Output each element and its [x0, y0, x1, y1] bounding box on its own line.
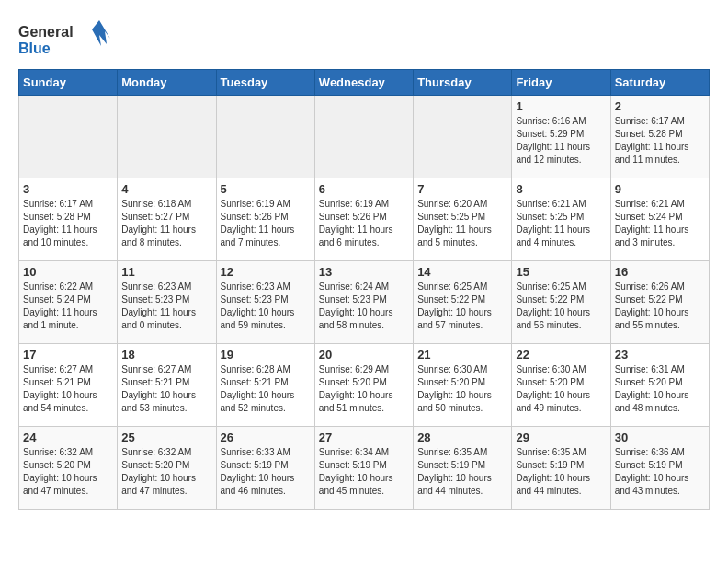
- day-info: Sunrise: 6:22 AM Sunset: 5:24 PM Dayligh…: [23, 281, 113, 332]
- day-info: Sunrise: 6:28 AM Sunset: 5:21 PM Dayligh…: [221, 363, 311, 415]
- week-row-3: 10Sunrise: 6:22 AM Sunset: 5:24 PM Dayli…: [19, 261, 710, 344]
- calendar-cell: 2Sunrise: 6:17 AM Sunset: 5:28 PM Daylig…: [610, 96, 709, 178]
- day-info: Sunrise: 6:32 AM Sunset: 5:20 PM Dayligh…: [23, 446, 113, 498]
- day-number: 3: [23, 182, 113, 196]
- calendar-cell: 7Sunrise: 6:20 AM Sunset: 5:25 PM Daylig…: [414, 178, 512, 261]
- calendar-cell: 8Sunrise: 6:21 AM Sunset: 5:25 PM Daylig…: [512, 178, 610, 261]
- calendar-cell: 23Sunrise: 6:31 AM Sunset: 5:20 PM Dayli…: [610, 344, 709, 427]
- day-info: Sunrise: 6:25 AM Sunset: 5:22 PM Dayligh…: [516, 281, 606, 332]
- day-number: 26: [221, 431, 311, 444]
- calendar-cell: 28Sunrise: 6:35 AM Sunset: 5:19 PM Dayli…: [414, 427, 512, 510]
- calendar-cell: 6Sunrise: 6:19 AM Sunset: 5:26 PM Daylig…: [314, 178, 413, 261]
- day-number: 21: [417, 348, 507, 362]
- day-info: Sunrise: 6:30 AM Sunset: 5:20 PM Dayligh…: [417, 363, 507, 415]
- day-number: 20: [319, 348, 409, 362]
- day-info: Sunrise: 6:17 AM Sunset: 5:28 PM Dayligh…: [615, 115, 705, 167]
- logo: GeneralBlue: [18, 18, 119, 60]
- day-number: 7: [417, 182, 507, 196]
- day-info: Sunrise: 6:27 AM Sunset: 5:21 PM Dayligh…: [23, 363, 113, 415]
- day-number: 10: [23, 265, 113, 279]
- day-number: 4: [121, 182, 211, 196]
- day-header-thursday: Thursday: [414, 70, 512, 96]
- day-number: 1: [516, 99, 606, 113]
- day-number: 19: [221, 348, 311, 362]
- day-info: Sunrise: 6:34 AM Sunset: 5:19 PM Dayligh…: [319, 446, 409, 498]
- week-row-2: 3Sunrise: 6:17 AM Sunset: 5:28 PM Daylig…: [19, 178, 710, 261]
- calendar-cell: 27Sunrise: 6:34 AM Sunset: 5:19 PM Dayli…: [314, 427, 413, 510]
- day-info: Sunrise: 6:36 AM Sunset: 5:19 PM Dayligh…: [615, 446, 705, 498]
- day-info: Sunrise: 6:20 AM Sunset: 5:25 PM Dayligh…: [417, 198, 507, 249]
- week-row-1: 1Sunrise: 6:16 AM Sunset: 5:29 PM Daylig…: [19, 96, 710, 178]
- day-number: 27: [319, 431, 409, 444]
- page-header: GeneralBlue: [18, 18, 710, 60]
- calendar-cell: [216, 96, 314, 178]
- calendar-cell: [314, 96, 413, 178]
- day-number: 17: [23, 348, 113, 362]
- calendar-cell: 13Sunrise: 6:24 AM Sunset: 5:23 PM Dayli…: [314, 261, 413, 344]
- day-header-saturday: Saturday: [610, 70, 709, 96]
- calendar-cell: 16Sunrise: 6:26 AM Sunset: 5:22 PM Dayli…: [610, 261, 709, 344]
- day-number: 5: [221, 182, 311, 196]
- calendar-cell: 19Sunrise: 6:28 AM Sunset: 5:21 PM Dayli…: [216, 344, 314, 427]
- day-header-tuesday: Tuesday: [216, 70, 314, 96]
- day-info: Sunrise: 6:31 AM Sunset: 5:20 PM Dayligh…: [615, 363, 705, 415]
- day-number: 28: [417, 431, 507, 444]
- header-row: SundayMondayTuesdayWednesdayThursdayFrid…: [19, 70, 710, 96]
- day-number: 23: [615, 348, 705, 362]
- week-row-5: 24Sunrise: 6:32 AM Sunset: 5:20 PM Dayli…: [19, 427, 710, 510]
- day-info: Sunrise: 6:24 AM Sunset: 5:23 PM Dayligh…: [319, 281, 409, 332]
- calendar-cell: 30Sunrise: 6:36 AM Sunset: 5:19 PM Dayli…: [610, 427, 709, 510]
- day-info: Sunrise: 6:16 AM Sunset: 5:29 PM Dayligh…: [516, 115, 606, 167]
- calendar-cell: [118, 96, 216, 178]
- calendar-cell: 29Sunrise: 6:35 AM Sunset: 5:19 PM Dayli…: [512, 427, 610, 510]
- svg-text:General: General: [18, 24, 74, 40]
- calendar-cell: 15Sunrise: 6:25 AM Sunset: 5:22 PM Dayli…: [512, 261, 610, 344]
- day-header-friday: Friday: [512, 70, 610, 96]
- day-info: Sunrise: 6:21 AM Sunset: 5:25 PM Dayligh…: [516, 198, 606, 249]
- day-info: Sunrise: 6:18 AM Sunset: 5:27 PM Dayligh…: [121, 198, 211, 249]
- day-info: Sunrise: 6:30 AM Sunset: 5:20 PM Dayligh…: [516, 363, 606, 415]
- day-number: 24: [23, 431, 113, 444]
- calendar-cell: [414, 96, 512, 178]
- day-number: 9: [615, 182, 705, 196]
- calendar-cell: 20Sunrise: 6:29 AM Sunset: 5:20 PM Dayli…: [314, 344, 413, 427]
- day-info: Sunrise: 6:21 AM Sunset: 5:24 PM Dayligh…: [615, 198, 705, 249]
- day-number: 13: [319, 265, 409, 279]
- day-number: 8: [516, 182, 606, 196]
- day-header-wednesday: Wednesday: [314, 70, 413, 96]
- calendar-cell: 26Sunrise: 6:33 AM Sunset: 5:19 PM Dayli…: [216, 427, 314, 510]
- calendar-cell: [19, 96, 118, 178]
- calendar-cell: 22Sunrise: 6:30 AM Sunset: 5:20 PM Dayli…: [512, 344, 610, 427]
- calendar-cell: 12Sunrise: 6:23 AM Sunset: 5:23 PM Dayli…: [216, 261, 314, 344]
- day-number: 29: [516, 431, 606, 444]
- calendar-cell: 11Sunrise: 6:23 AM Sunset: 5:23 PM Dayli…: [118, 261, 216, 344]
- logo-icon: GeneralBlue: [18, 18, 119, 60]
- calendar-cell: 17Sunrise: 6:27 AM Sunset: 5:21 PM Dayli…: [19, 344, 118, 427]
- day-number: 18: [121, 348, 211, 362]
- day-info: Sunrise: 6:25 AM Sunset: 5:22 PM Dayligh…: [417, 281, 507, 332]
- calendar-cell: 3Sunrise: 6:17 AM Sunset: 5:28 PM Daylig…: [19, 178, 118, 261]
- day-header-monday: Monday: [118, 70, 216, 96]
- day-info: Sunrise: 6:32 AM Sunset: 5:20 PM Dayligh…: [121, 446, 211, 498]
- day-info: Sunrise: 6:19 AM Sunset: 5:26 PM Dayligh…: [319, 198, 409, 249]
- day-number: 22: [516, 348, 606, 362]
- day-number: 30: [615, 431, 705, 444]
- calendar-table: SundayMondayTuesdayWednesdayThursdayFrid…: [18, 69, 710, 510]
- day-number: 15: [516, 265, 606, 279]
- calendar-cell: 25Sunrise: 6:32 AM Sunset: 5:20 PM Dayli…: [118, 427, 216, 510]
- calendar-cell: 24Sunrise: 6:32 AM Sunset: 5:20 PM Dayli…: [19, 427, 118, 510]
- week-row-4: 17Sunrise: 6:27 AM Sunset: 5:21 PM Dayli…: [19, 344, 710, 427]
- day-number: 2: [615, 99, 705, 113]
- day-number: 12: [221, 265, 311, 279]
- calendar-cell: 18Sunrise: 6:27 AM Sunset: 5:21 PM Dayli…: [118, 344, 216, 427]
- calendar-cell: 10Sunrise: 6:22 AM Sunset: 5:24 PM Dayli…: [19, 261, 118, 344]
- day-info: Sunrise: 6:19 AM Sunset: 5:26 PM Dayligh…: [221, 198, 311, 249]
- day-number: 25: [121, 431, 211, 444]
- calendar-cell: 21Sunrise: 6:30 AM Sunset: 5:20 PM Dayli…: [414, 344, 512, 427]
- calendar-cell: 9Sunrise: 6:21 AM Sunset: 5:24 PM Daylig…: [610, 178, 709, 261]
- day-info: Sunrise: 6:29 AM Sunset: 5:20 PM Dayligh…: [319, 363, 409, 415]
- day-info: Sunrise: 6:35 AM Sunset: 5:19 PM Dayligh…: [516, 446, 606, 498]
- day-header-sunday: Sunday: [19, 70, 118, 96]
- calendar-cell: 14Sunrise: 6:25 AM Sunset: 5:22 PM Dayli…: [414, 261, 512, 344]
- calendar-cell: 4Sunrise: 6:18 AM Sunset: 5:27 PM Daylig…: [118, 178, 216, 261]
